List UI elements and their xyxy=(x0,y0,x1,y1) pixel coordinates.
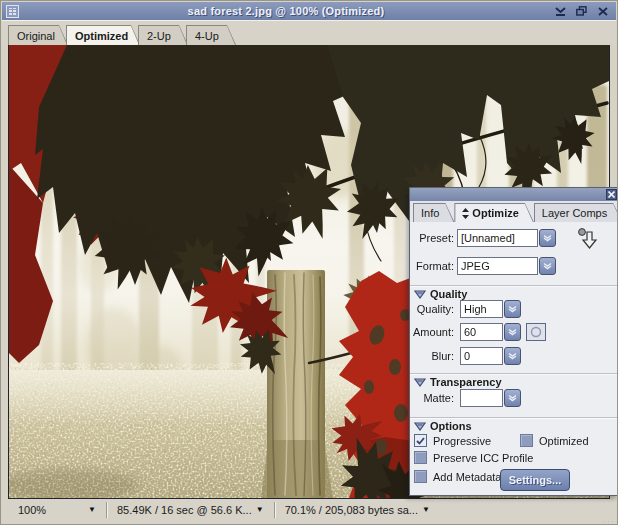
checkmark-icon xyxy=(416,437,425,445)
combo-arrow-icon[interactable] xyxy=(539,229,556,247)
quality-value: High xyxy=(460,300,503,318)
minimize-button[interactable] xyxy=(553,5,568,18)
zoom-level-value: 100% xyxy=(18,504,46,516)
checkbox xyxy=(414,470,427,483)
matte-dropdown[interactable] xyxy=(460,389,522,407)
amount-value: 60 xyxy=(460,323,503,341)
dropdown-arrow-icon: ▼ xyxy=(422,506,430,514)
checkbox-label: Add Metadata xyxy=(433,471,502,483)
divider xyxy=(410,373,618,374)
combo-arrow-icon[interactable] xyxy=(504,347,521,365)
combo-arrow-icon[interactable] xyxy=(504,323,521,341)
format-value: JPEG xyxy=(457,257,538,275)
tab-original-label: Original xyxy=(17,30,55,42)
checkbox-progressive[interactable]: Progressive xyxy=(414,434,491,447)
transparency-section-header[interactable]: Transparency xyxy=(414,376,502,388)
format-label: Format: xyxy=(410,260,454,272)
checkbox-label: Progressive xyxy=(433,435,491,447)
palette-titlebar[interactable] xyxy=(410,188,618,201)
matte-label: Matte: xyxy=(410,392,454,404)
close-icon xyxy=(598,7,608,16)
zoom-level-dropdown[interactable]: 100% ▼ xyxy=(2,504,104,516)
checkbox xyxy=(520,434,533,447)
divider xyxy=(410,417,618,418)
checkbox-label: Optimized xyxy=(539,435,589,447)
options-section-header[interactable]: Options xyxy=(414,420,472,432)
divider xyxy=(274,502,275,518)
dropdown-arrow-icon: ▼ xyxy=(88,506,96,514)
create-droplet-icon xyxy=(576,227,598,251)
mask-circle-icon xyxy=(530,326,542,338)
size-info-dropdown[interactable]: 85.49K / 16 sec @ 56.6 K... ▼ xyxy=(109,504,272,516)
blur-label: Blur: xyxy=(410,350,454,362)
checkbox-add-metadata[interactable]: Add Metadata xyxy=(414,470,502,483)
checkbox xyxy=(414,451,427,464)
tab-optimized[interactable]: Optimized xyxy=(66,25,140,45)
tab-info-label: Info xyxy=(421,207,439,219)
preset-value: [Unnamed] xyxy=(457,229,538,247)
optimize-palette: Info Optimize Layer Comps Preset: [Unnam… xyxy=(409,187,618,496)
window-title: sad forest 2.jpg @ 100% (Optimized) xyxy=(19,5,553,17)
combo-arrow-icon[interactable] xyxy=(539,257,556,275)
blur-dropdown[interactable]: 0 xyxy=(460,347,522,365)
combo-arrow-icon[interactable] xyxy=(504,389,521,407)
blur-value: 0 xyxy=(460,347,503,365)
tab-original[interactable]: Original xyxy=(8,25,68,45)
minimize-icon xyxy=(555,7,566,16)
tab-optimize[interactable]: Optimize xyxy=(454,203,533,222)
tab-4up-label: 4-Up xyxy=(195,30,219,42)
checkbox-preserve-icc-profile[interactable]: Preserve ICC Profile xyxy=(414,451,533,464)
tab-4up[interactable]: 4-Up xyxy=(186,25,236,45)
size-info-value: 85.49K / 16 sec @ 56.6 K... xyxy=(117,504,252,516)
window-titlebar[interactable]: sad forest 2.jpg @ 100% (Optimized) xyxy=(2,2,616,20)
restore-button[interactable] xyxy=(574,5,589,18)
tab-layer-comps[interactable]: Layer Comps xyxy=(534,203,618,222)
savings-info-value: 70.1% / 205,083 bytes sa... xyxy=(285,504,418,516)
transparency-section-title: Transparency xyxy=(430,376,502,388)
tab-layer-comps-label: Layer Comps xyxy=(542,207,607,219)
preset-dropdown[interactable]: [Unnamed] xyxy=(457,229,557,247)
tab-optimize-label: Optimize xyxy=(472,207,518,219)
document-tabstrip: Original Optimized 2-Up 4-Up xyxy=(2,20,616,45)
checkbox-label: Preserve ICC Profile xyxy=(433,452,533,464)
options-section-title: Options xyxy=(430,420,472,432)
foreground-trunk xyxy=(261,270,333,498)
tab-2up-label: 2-Up xyxy=(147,30,171,42)
divider xyxy=(410,285,618,286)
close-button[interactable] xyxy=(595,5,610,18)
palette-tabstrip: Info Optimize Layer Comps xyxy=(410,201,618,222)
status-bar: 100% ▼ 85.49K / 16 sec @ 56.6 K... ▼ 70.… xyxy=(2,499,616,521)
matte-value xyxy=(460,389,503,407)
tab-optimized-label: Optimized xyxy=(75,30,128,42)
section-triangle-icon xyxy=(414,290,426,299)
amount-label: Amount: xyxy=(410,326,454,338)
panel-expand-icon xyxy=(462,208,469,219)
checkbox xyxy=(414,434,427,447)
amount-mask-button[interactable] xyxy=(526,323,546,341)
combo-arrow-icon[interactable] xyxy=(504,300,521,318)
palette-close-icon xyxy=(608,191,615,198)
quality-dropdown[interactable]: High xyxy=(460,300,522,318)
tab-info[interactable]: Info xyxy=(413,203,454,222)
quality-section-title: Quality xyxy=(430,288,467,300)
document-icon xyxy=(6,5,19,18)
section-triangle-icon xyxy=(414,422,426,431)
quality-section-header[interactable]: Quality xyxy=(414,288,467,300)
tab-2up[interactable]: 2-Up xyxy=(138,25,188,45)
divider xyxy=(106,502,107,518)
savings-info-dropdown[interactable]: 70.1% / 205,083 bytes sa... ▼ xyxy=(277,504,438,516)
amount-dropdown[interactable]: 60 xyxy=(460,323,522,341)
format-dropdown[interactable]: JPEG xyxy=(457,257,557,275)
create-droplet-button[interactable] xyxy=(576,227,598,251)
preset-label: Preset: xyxy=(410,232,454,244)
checkbox-optimized[interactable]: Optimized xyxy=(520,434,589,447)
settings-button[interactable]: Settings... xyxy=(500,469,570,491)
dropdown-arrow-icon: ▼ xyxy=(256,506,264,514)
palette-close-button[interactable] xyxy=(606,189,617,200)
restore-icon xyxy=(576,6,587,16)
quality-label: Quality: xyxy=(410,303,454,315)
section-triangle-icon xyxy=(414,378,426,387)
